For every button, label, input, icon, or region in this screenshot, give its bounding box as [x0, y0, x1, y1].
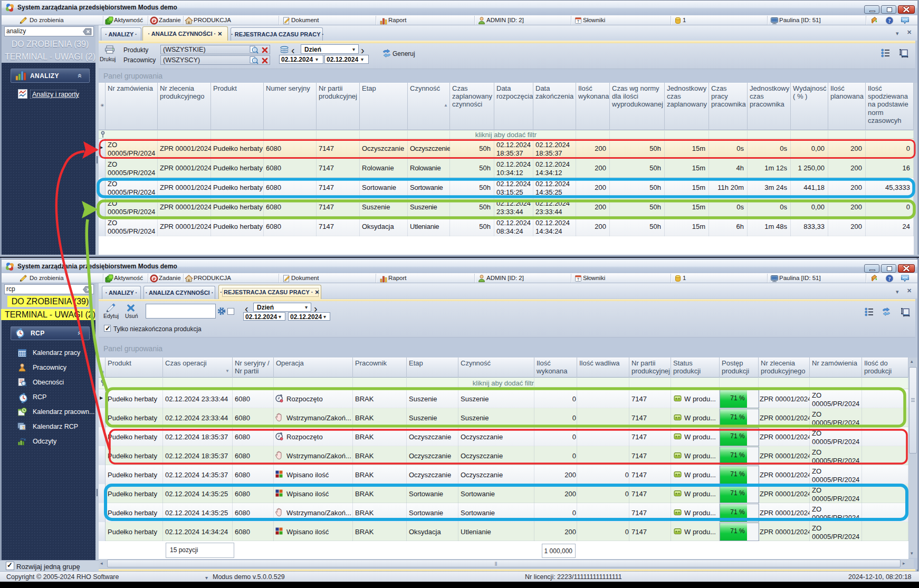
svg-text:?: ? [888, 18, 891, 24]
svg-text:?: ? [888, 276, 891, 282]
svg-text:T: T [577, 277, 580, 282]
svg-text:Σ: Σ [23, 426, 25, 430]
svg-text:T: T [577, 19, 580, 24]
